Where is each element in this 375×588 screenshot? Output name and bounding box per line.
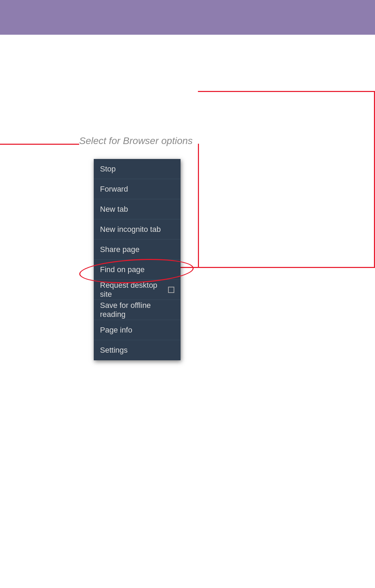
menu-item-forward[interactable]: Forward [94, 179, 181, 199]
menu-item-save-offline-label: Save for offline reading [100, 301, 174, 319]
menu-item-page-info-label: Page info [100, 326, 132, 335]
red-rect-top [198, 91, 375, 92]
menu-item-settings-label: Settings [100, 346, 128, 355]
menu-item-page-info[interactable]: Page info [94, 320, 181, 340]
red-rect-left-stub [198, 144, 199, 268]
top-bar [0, 0, 375, 35]
menu-item-request-desktop-site-label: Request desktop site [100, 281, 164, 299]
menu-item-stop-label: Stop [100, 165, 116, 174]
menu-item-share-page[interactable]: Share page [94, 240, 181, 260]
request-desktop-site-checkbox[interactable] [168, 287, 174, 293]
menu-item-stop[interactable]: Stop [94, 159, 181, 179]
annotation-line-left [0, 144, 79, 145]
menu-item-new-tab[interactable]: New tab [94, 199, 181, 219]
menu-item-save-offline[interactable]: Save for offline reading [94, 300, 181, 320]
menu-item-settings[interactable]: Settings [94, 340, 181, 360]
red-rect-bottom [174, 267, 375, 268]
menu-item-share-page-label: Share page [100, 245, 140, 254]
menu-item-new-incognito-tab[interactable]: New incognito tab [94, 219, 181, 240]
menu-item-new-tab-label: New tab [100, 205, 128, 214]
menu-item-forward-label: Forward [100, 185, 128, 194]
menu-item-new-incognito-tab-label: New incognito tab [100, 225, 161, 234]
annotation-label: Select for Browser options [79, 135, 193, 146]
